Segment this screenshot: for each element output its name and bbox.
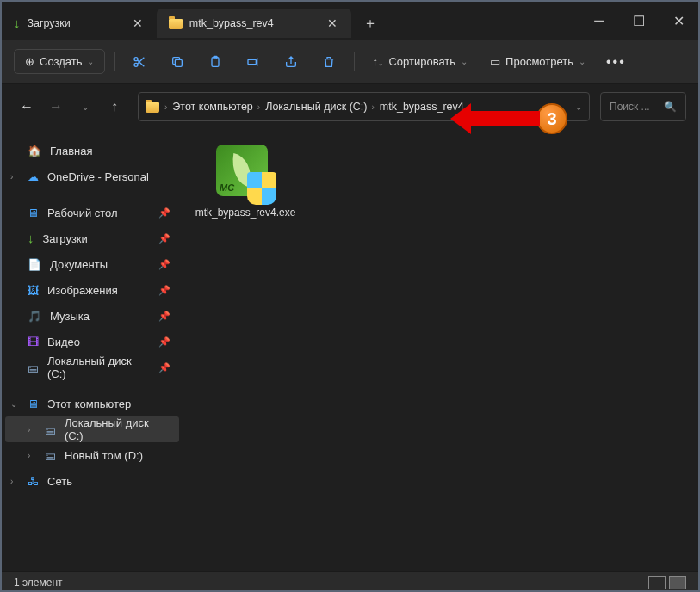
item-count: 1 элемент <box>14 577 63 589</box>
close-icon[interactable]: ✕ <box>322 13 343 34</box>
tab-current-folder[interactable]: mtk_bypass_rev4 ✕ <box>157 9 351 38</box>
breadcrumb[interactable]: Локальный диск (C:)› <box>265 101 375 113</box>
sidebar-item-label: Главная <box>50 145 92 157</box>
search-input[interactable]: Поиск ... 🔍 <box>600 92 686 121</box>
exe-icon: MC <box>216 145 275 203</box>
up-button[interactable]: ↑ <box>102 94 127 120</box>
chevron-down-icon: ⌄ <box>10 399 17 409</box>
folder-icon <box>169 19 183 29</box>
annotation-arrow: 3 <box>471 103 567 134</box>
sort-button[interactable]: ↑↓ Сортировать ⌄ <box>363 50 476 73</box>
drive-icon: 🖴 <box>28 361 39 374</box>
cut-button[interactable] <box>123 47 156 77</box>
view-button[interactable]: ▭ Просмотреть ⌄ <box>481 50 594 73</box>
sidebar-item-pictures[interactable]: 🖼 Изображения 📌 <box>5 277 179 303</box>
sidebar-item-label: Сеть <box>47 475 72 488</box>
maximize-button[interactable]: ☐ <box>619 3 659 38</box>
forward-button[interactable]: → <box>43 94 69 120</box>
sidebar-item-label: Рабочий стол <box>47 207 118 219</box>
sidebar-item-label: Этот компьютер <box>47 398 131 410</box>
pin-icon: 📌 <box>158 259 170 270</box>
svg-point-1 <box>134 63 138 66</box>
download-icon: ↓ <box>14 15 21 30</box>
music-icon: 🎵 <box>28 310 41 323</box>
icons-view-button[interactable] <box>669 576 686 589</box>
pin-icon: 📌 <box>158 207 170 219</box>
doc-icon: 📄 <box>28 258 41 271</box>
sidebar-item-label: Видео <box>47 336 80 348</box>
chevron-down-icon[interactable]: ⌄ <box>575 102 582 112</box>
sidebar-item-label: Локальный диск (C:) <box>47 355 150 380</box>
new-button[interactable]: ⊕ Создать ⌄ <box>14 49 105 74</box>
details-view-button[interactable] <box>648 576 666 589</box>
copy-button[interactable] <box>161 47 194 77</box>
search-icon: 🔍 <box>664 101 677 113</box>
view-label: Просмотреть <box>505 55 573 68</box>
chevron-down-icon: ⌄ <box>461 57 468 66</box>
sort-label: Сортировать <box>388 55 455 68</box>
sidebar-item-drive-d[interactable]: › 🖴 Новый том (D:) <box>5 442 179 468</box>
sidebar-item-drive-c[interactable]: 🖴 Локальный диск (C:) 📌 <box>5 355 179 380</box>
sidebar-item-label: OneDrive - Personal <box>47 170 149 183</box>
breadcrumb[interactable]: Этот компьютер› <box>172 101 260 113</box>
recent-button[interactable]: ⌄ <box>72 94 98 120</box>
sidebar-item-label: Изображения <box>47 284 118 297</box>
svg-rect-2 <box>176 59 183 66</box>
tab-label: mtk_bypass_rev4 <box>189 17 274 29</box>
sidebar-item-this-pc[interactable]: ⌄ 🖥 Этот компьютер <box>5 391 179 416</box>
search-placeholder: Поиск ... <box>610 101 650 113</box>
sort-icon: ↑↓ <box>372 55 383 68</box>
uac-shield-icon <box>247 172 276 205</box>
pic-icon: 🖼 <box>28 284 39 297</box>
sidebar-item-label: Новый том (D:) <box>65 449 143 462</box>
paste-button[interactable] <box>199 47 232 77</box>
file-item[interactable]: MC mtk_bypass_rev4.exe <box>198 145 293 220</box>
sidebar-item-videos[interactable]: 🎞 Видео 📌 <box>5 329 179 355</box>
drive-icon: 🖴 <box>45 423 56 436</box>
sidebar-item-label: Документы <box>50 258 108 271</box>
file-label: mtk_bypass_rev4.exe <box>195 207 296 220</box>
sidebar-item-drive-c-tree[interactable]: › 🖴 Локальный диск (C:) <box>5 416 179 442</box>
chevron-right-icon: › <box>28 451 30 460</box>
home-icon: 🏠 <box>28 145 41 157</box>
minimize-button[interactable]: ─ <box>579 3 619 38</box>
drive-icon: 🖴 <box>45 449 56 462</box>
sidebar-item-downloads[interactable]: ↓ Загрузки 📌 <box>5 225 179 251</box>
pc-icon: 🖥 <box>28 398 39 410</box>
chevron-down-icon: ⌄ <box>87 57 94 66</box>
more-button[interactable]: ••• <box>599 54 633 70</box>
status-bar: 1 элемент <box>2 571 698 592</box>
chevron-right-icon: › <box>164 102 167 112</box>
sidebar-item-home[interactable]: 🏠 Главная <box>5 138 179 163</box>
sidebar-item-music[interactable]: 🎵 Музыка 📌 <box>5 303 179 329</box>
network-icon: 🖧 <box>28 475 39 488</box>
rename-button[interactable] <box>237 47 269 77</box>
back-button[interactable]: ← <box>14 94 40 120</box>
window-controls: ─ ☐ ✕ <box>579 3 698 38</box>
chevron-down-icon: ⌄ <box>579 57 585 66</box>
tab-label: Загрузки <box>28 17 71 29</box>
navigation-bar: ← → ⌄ ↑ › Этот компьютер› Локальный диск… <box>2 84 698 129</box>
sidebar-item-network[interactable]: › 🖧 Сеть <box>5 468 179 494</box>
sidebar-item-documents[interactable]: 📄 Документы 📌 <box>5 251 179 277</box>
pin-icon: 📌 <box>158 311 170 322</box>
delete-button[interactable] <box>313 47 345 77</box>
sidebar-item-onedrive[interactable]: › ☁ OneDrive - Personal <box>5 163 179 189</box>
download-icon: ↓ <box>28 231 34 245</box>
sidebar-item-desktop[interactable]: 🖥 Рабочий стол 📌 <box>5 200 179 225</box>
video-icon: 🎞 <box>28 336 39 348</box>
file-pane[interactable]: MC mtk_bypass_rev4.exe <box>183 129 698 571</box>
chevron-right-icon: › <box>10 172 13 182</box>
close-window-button[interactable]: ✕ <box>659 3 698 38</box>
new-tab-button[interactable]: ＋ <box>356 9 384 37</box>
tab-downloads[interactable]: ↓ Загрузки ✕ <box>2 9 157 38</box>
pin-icon: 📌 <box>158 233 170 244</box>
close-icon[interactable]: ✕ <box>127 13 148 34</box>
sidebar-item-label: Загрузки <box>43 232 88 245</box>
desktop-icon: 🖥 <box>28 207 39 219</box>
cloud-icon: ☁ <box>28 170 39 183</box>
share-button[interactable] <box>275 47 307 77</box>
svg-point-0 <box>134 57 138 60</box>
chevron-right-icon: › <box>10 477 13 486</box>
pin-icon: 📌 <box>158 362 170 373</box>
